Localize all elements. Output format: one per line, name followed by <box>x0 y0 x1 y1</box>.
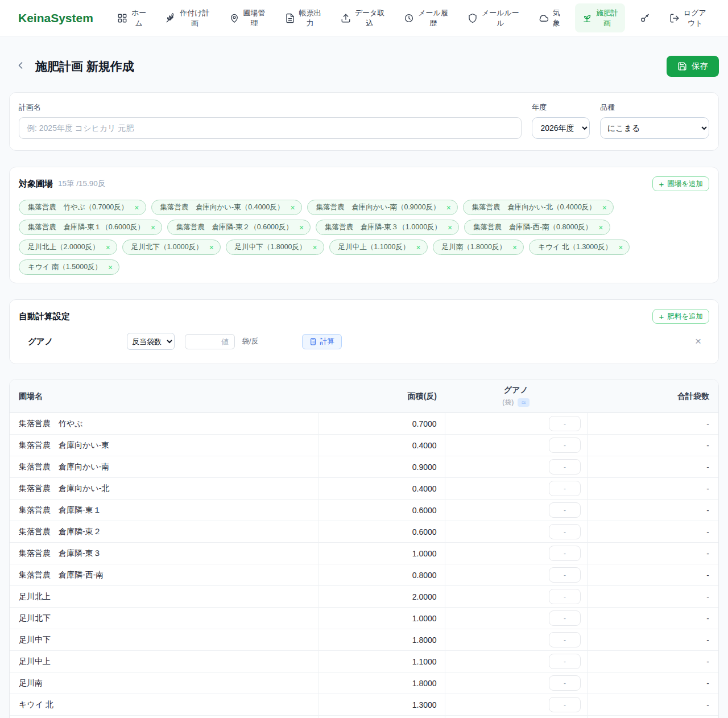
field-tag: 集落営農 倉庫隣-東１（0.6000反）× <box>19 220 162 235</box>
close-icon: × <box>695 335 701 347</box>
variety-select[interactable]: にこまる <box>600 117 709 139</box>
table-row: 集落営農 倉庫隣-東３1.0000- <box>10 543 718 564</box>
back-button[interactable] <box>11 60 30 73</box>
remove-tag-icon[interactable]: × <box>416 244 421 251</box>
fertilizer-amount-input[interactable] <box>549 589 581 604</box>
fertilizer-amount-cell <box>445 478 587 500</box>
nav-item-upload[interactable]: データ取 込 <box>336 5 390 31</box>
field-tag-label: 足川南（1.8000反） <box>442 242 506 252</box>
fertilizer-amount-cell <box>445 521 587 543</box>
nav-item-history[interactable]: メール履 歴 <box>399 5 453 31</box>
fertilizer-name: グアノ <box>28 336 127 347</box>
save-button[interactable]: 保存 <box>667 56 719 77</box>
add-field-label: 圃場を追加 <box>667 179 703 189</box>
fertilizer-amount-input[interactable] <box>549 697 581 712</box>
remove-tag-icon[interactable]: × <box>106 244 110 251</box>
calculate-button[interactable]: 計算 <box>302 334 342 349</box>
fertilizer-amount-input[interactable] <box>549 546 581 561</box>
fertilizer-amount-input[interactable] <box>549 502 581 518</box>
add-fertilizer-button[interactable]: + 肥料を追加 <box>652 309 709 324</box>
table-header-row: 圃場名 面積(反) グアノ (袋) ≃ 合計袋数 <box>10 379 718 413</box>
field-tag-label: 集落営農 倉庫隣-東２（0.6000反） <box>176 222 293 232</box>
field-name-cell: キウイ 南 <box>10 716 318 718</box>
nav-item-cloud[interactable]: 気 象 <box>534 5 565 31</box>
table-row: キウイ 北1.3000- <box>10 694 718 716</box>
remove-tag-icon[interactable]: × <box>448 224 452 232</box>
remove-tag-icon[interactable]: × <box>134 204 139 212</box>
field-area-cell: 0.4000 <box>318 478 445 500</box>
table-row: 集落営農 倉庫隣-東２0.6000- <box>10 521 718 543</box>
fertilizer-amount-input[interactable] <box>549 416 581 431</box>
field-tag: 集落営農 倉庫向かい-南（0.9000反）× <box>307 200 458 215</box>
remove-tag-icon[interactable]: × <box>512 244 517 251</box>
fertilizer-amount-input[interactable] <box>549 675 581 691</box>
calculator-icon <box>309 338 317 345</box>
target-fields-summary: 15筆 /15.90反 <box>58 179 652 189</box>
nav-item-logout[interactable]: ログア ウト <box>665 5 711 31</box>
remove-tag-icon[interactable]: × <box>108 263 113 271</box>
nav-item-label: メール履 歴 <box>418 8 448 28</box>
nav-item-map-pin[interactable]: 圃場管 理 <box>225 5 270 31</box>
remove-fertilizer-button[interactable]: × <box>695 335 701 348</box>
field-area-cell: 1.5000 <box>318 716 445 718</box>
remove-tag-icon[interactable]: × <box>602 204 607 212</box>
field-area-cell: 1.0000 <box>318 608 445 629</box>
sprout-icon <box>582 13 592 23</box>
field-name-cell: 集落営農 倉庫向かい-東 <box>10 435 318 456</box>
map-pin-icon <box>229 13 239 23</box>
nav-item-wheat[interactable]: 作付け計 画 <box>161 5 214 31</box>
year-select[interactable]: 2026年度 <box>532 117 590 139</box>
fertilizer-amount-input[interactable] <box>549 459 581 474</box>
fertilizer-amount-cell <box>445 543 587 564</box>
nav-item-grid[interactable]: ホー ム <box>113 5 151 31</box>
app-logo[interactable]: KeinaSystem <box>18 11 93 25</box>
fertilizer-amount-cell <box>445 456 587 478</box>
field-area-cell: 1.3000 <box>318 694 445 716</box>
nav-item-file[interactable]: 帳票出 力 <box>280 5 326 31</box>
remove-tag-icon[interactable]: × <box>446 204 451 212</box>
fertilizer-amount-input[interactable] <box>549 632 581 647</box>
plan-name-input[interactable] <box>19 117 522 139</box>
plan-form-card: 計画名 年度 2026年度 品種 にこまる <box>9 92 719 151</box>
field-tag: 足川中下（1.8000反）× <box>226 240 324 255</box>
page-head: 施肥計画 新規作成 保存 <box>9 56 719 77</box>
plus-icon: + <box>659 180 664 188</box>
calc-mode-select[interactable]: 反当袋数 <box>127 333 175 350</box>
row-total-cell: - <box>587 651 718 672</box>
row-total-cell: - <box>587 608 718 629</box>
field-tag-label: 集落営農 倉庫向かい-東（0.4000反） <box>160 203 284 212</box>
field-tag: 集落営農 倉庫隣-東３（1.0000反）× <box>316 220 459 235</box>
nav-items: ホー ム作付け計 画圃場管 理帳票出 力データ取 込メール履 歴メールルー ル気… <box>113 3 711 32</box>
nav-item-sprout[interactable]: 施肥計 画 <box>575 3 625 32</box>
calc-unit-label: 袋/反 <box>242 336 259 346</box>
row-total-cell: - <box>587 629 718 651</box>
fertilizer-amount-cell <box>445 629 587 651</box>
row-total-cell: - <box>587 716 718 718</box>
remove-tag-icon[interactable]: × <box>291 204 295 212</box>
remove-tag-icon[interactable]: × <box>151 224 155 232</box>
field-tag: 足川中上（1.1000反）× <box>329 240 428 255</box>
col-header-area: 面積(反) <box>318 379 445 413</box>
fertilizer-amount-input[interactable] <box>549 481 581 496</box>
field-name-cell: 集落営農 倉庫隣-東２ <box>10 521 318 543</box>
remove-tag-icon[interactable]: × <box>313 244 317 251</box>
fertilizer-amount-input[interactable] <box>549 524 581 539</box>
nav-item-key[interactable] <box>635 10 655 27</box>
remove-tag-icon[interactable]: × <box>299 224 304 232</box>
shield-icon <box>468 13 478 23</box>
nav-item-shield[interactable]: メールルー ル <box>463 5 524 31</box>
field-area-cell: 0.9000 <box>318 456 445 478</box>
field-tag: 集落営農 倉庫隣-西-南（0.8000反）× <box>464 220 610 235</box>
fertilizer-amount-input[interactable] <box>549 438 581 453</box>
add-field-button[interactable]: + 圃場を追加 <box>652 176 709 191</box>
fertilizer-header-sub: (袋) ≃ <box>452 398 580 407</box>
field-tag-label: 足川北上（2.0000反） <box>28 242 100 252</box>
remove-tag-icon[interactable]: × <box>598 224 603 232</box>
remove-tag-icon[interactable]: × <box>618 244 623 251</box>
remove-tag-icon[interactable]: × <box>209 244 214 251</box>
fertilizer-amount-cell <box>445 716 587 718</box>
fertilizer-amount-input[interactable] <box>549 567 581 583</box>
fertilizer-amount-input[interactable] <box>549 610 581 626</box>
calc-value-input[interactable] <box>185 334 235 349</box>
fertilizer-amount-input[interactable] <box>549 654 581 669</box>
